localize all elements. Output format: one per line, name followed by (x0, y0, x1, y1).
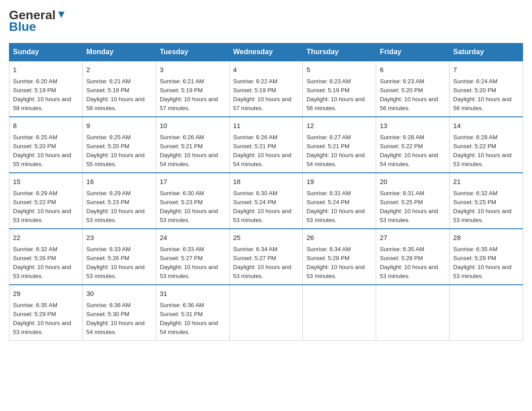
day-info: Sunrise: 6:26 AMSunset: 5:21 PMDaylight:… (233, 134, 292, 167)
header-cell-monday: Monday (82, 43, 156, 61)
calendar-cell: 31Sunrise: 6:36 AMSunset: 5:31 PMDayligh… (156, 285, 229, 341)
day-number: 10 (160, 121, 226, 131)
day-info: Sunrise: 6:30 AMSunset: 5:23 PMDaylight:… (160, 190, 218, 223)
day-info: Sunrise: 6:21 AMSunset: 5:19 PMDaylight:… (86, 78, 145, 111)
day-info: Sunrise: 6:36 AMSunset: 5:31 PMDaylight:… (160, 302, 218, 335)
day-info: Sunrise: 6:22 AMSunset: 5:19 PMDaylight:… (233, 78, 292, 111)
day-number: 7 (453, 65, 519, 75)
calendar-cell (450, 285, 523, 341)
day-number: 11 (233, 121, 299, 131)
day-number: 17 (160, 177, 226, 187)
calendar-cell (376, 285, 450, 341)
day-info: Sunrise: 6:25 AMSunset: 5:20 PMDaylight:… (13, 134, 71, 167)
day-info: Sunrise: 6:32 AMSunset: 5:25 PMDaylight:… (453, 190, 511, 223)
day-number: 2 (86, 65, 152, 75)
header-row: SundayMondayTuesdayWednesdayThursdayFrid… (9, 43, 523, 61)
calendar-cell: 28Sunrise: 6:35 AMSunset: 5:29 PMDayligh… (450, 229, 523, 285)
calendar-cell: 26Sunrise: 6:34 AMSunset: 5:28 PMDayligh… (303, 229, 376, 285)
day-number: 6 (380, 65, 446, 75)
calendar-cell: 3Sunrise: 6:21 AMSunset: 5:19 PMDaylight… (156, 61, 229, 117)
day-number: 22 (13, 233, 79, 243)
calendar-cell: 9Sunrise: 6:25 AMSunset: 5:20 PMDaylight… (82, 117, 156, 173)
calendar-cell: 7Sunrise: 6:24 AMSunset: 5:20 PMDaylight… (450, 61, 523, 117)
day-info: Sunrise: 6:29 AMSunset: 5:23 PMDaylight:… (86, 190, 145, 223)
calendar-cell: 17Sunrise: 6:30 AMSunset: 5:23 PMDayligh… (156, 173, 229, 229)
day-number: 3 (160, 65, 226, 75)
header-cell-wednesday: Wednesday (229, 43, 303, 61)
day-info: Sunrise: 6:20 AMSunset: 5:19 PMDaylight:… (13, 78, 71, 111)
day-info: Sunrise: 6:27 AMSunset: 5:21 PMDaylight:… (306, 134, 365, 167)
day-info: Sunrise: 6:34 AMSunset: 5:28 PMDaylight:… (306, 246, 365, 279)
week-row-4: 22Sunrise: 6:32 AMSunset: 5:26 PMDayligh… (9, 229, 523, 285)
calendar-cell (229, 285, 303, 341)
week-row-5: 29Sunrise: 6:35 AMSunset: 5:29 PMDayligh… (9, 285, 523, 341)
week-row-1: 1Sunrise: 6:20 AMSunset: 5:19 PMDaylight… (9, 61, 523, 117)
day-info: Sunrise: 6:35 AMSunset: 5:28 PMDaylight:… (380, 246, 438, 279)
calendar-cell: 10Sunrise: 6:26 AMSunset: 5:21 PMDayligh… (156, 117, 229, 173)
day-info: Sunrise: 6:23 AMSunset: 5:20 PMDaylight:… (380, 78, 438, 111)
week-row-3: 15Sunrise: 6:29 AMSunset: 5:22 PMDayligh… (9, 173, 523, 229)
day-info: Sunrise: 6:24 AMSunset: 5:20 PMDaylight:… (453, 78, 511, 111)
day-info: Sunrise: 6:31 AMSunset: 5:25 PMDaylight:… (380, 190, 438, 223)
calendar-cell: 22Sunrise: 6:32 AMSunset: 5:26 PMDayligh… (9, 229, 83, 285)
logo-triangle-icon (56, 10, 66, 20)
day-number: 15 (13, 177, 79, 187)
day-number: 12 (306, 121, 372, 131)
day-info: Sunrise: 6:32 AMSunset: 5:26 PMDaylight:… (13, 246, 71, 279)
day-number: 21 (453, 177, 519, 187)
day-number: 20 (380, 177, 446, 187)
day-number: 16 (86, 177, 152, 187)
day-info: Sunrise: 6:33 AMSunset: 5:27 PMDaylight:… (160, 246, 218, 279)
day-number: 24 (160, 233, 226, 243)
day-info: Sunrise: 6:35 AMSunset: 5:29 PMDaylight:… (453, 246, 511, 279)
header-cell-thursday: Thursday (303, 43, 376, 61)
calendar-cell: 15Sunrise: 6:29 AMSunset: 5:22 PMDayligh… (9, 173, 83, 229)
calendar-header: SundayMondayTuesdayWednesdayThursdayFrid… (9, 43, 523, 61)
day-number: 18 (233, 177, 299, 187)
day-number: 23 (86, 233, 152, 243)
calendar-cell: 13Sunrise: 6:28 AMSunset: 5:22 PMDayligh… (376, 117, 450, 173)
day-number: 1 (13, 65, 79, 75)
calendar-table: SundayMondayTuesdayWednesdayThursdayFrid… (9, 43, 523, 341)
calendar-cell: 27Sunrise: 6:35 AMSunset: 5:28 PMDayligh… (376, 229, 450, 285)
calendar-cell: 2Sunrise: 6:21 AMSunset: 5:19 PMDaylight… (82, 61, 156, 117)
day-number: 30 (86, 289, 152, 299)
calendar-cell: 21Sunrise: 6:32 AMSunset: 5:25 PMDayligh… (450, 173, 523, 229)
calendar-cell: 6Sunrise: 6:23 AMSunset: 5:20 PMDaylight… (376, 61, 450, 117)
calendar-cell: 19Sunrise: 6:31 AMSunset: 5:24 PMDayligh… (303, 173, 376, 229)
day-info: Sunrise: 6:29 AMSunset: 5:22 PMDaylight:… (13, 190, 71, 223)
day-number: 13 (380, 121, 446, 131)
header-cell-tuesday: Tuesday (156, 43, 229, 61)
day-number: 5 (306, 65, 372, 75)
day-info: Sunrise: 6:36 AMSunset: 5:30 PMDaylight:… (86, 302, 145, 335)
day-number: 25 (233, 233, 299, 243)
day-info: Sunrise: 6:23 AMSunset: 5:19 PMDaylight:… (306, 78, 365, 111)
calendar-cell: 8Sunrise: 6:25 AMSunset: 5:20 PMDaylight… (9, 117, 83, 173)
header-cell-friday: Friday (376, 43, 450, 61)
day-number: 14 (453, 121, 519, 131)
calendar-cell: 14Sunrise: 6:28 AMSunset: 5:22 PMDayligh… (450, 117, 523, 173)
calendar-cell: 29Sunrise: 6:35 AMSunset: 5:29 PMDayligh… (9, 285, 83, 341)
calendar-cell: 1Sunrise: 6:20 AMSunset: 5:19 PMDaylight… (9, 61, 83, 117)
day-number: 19 (306, 177, 372, 187)
calendar-cell: 12Sunrise: 6:27 AMSunset: 5:21 PMDayligh… (303, 117, 376, 173)
day-number: 4 (233, 65, 299, 75)
day-number: 26 (306, 233, 372, 243)
week-row-2: 8Sunrise: 6:25 AMSunset: 5:20 PMDaylight… (9, 117, 523, 173)
calendar-cell: 5Sunrise: 6:23 AMSunset: 5:19 PMDaylight… (303, 61, 376, 117)
calendar-cell (303, 285, 376, 341)
calendar-cell: 20Sunrise: 6:31 AMSunset: 5:25 PMDayligh… (376, 173, 450, 229)
header-cell-saturday: Saturday (450, 43, 523, 61)
calendar-cell: 25Sunrise: 6:34 AMSunset: 5:27 PMDayligh… (229, 229, 303, 285)
day-info: Sunrise: 6:21 AMSunset: 5:19 PMDaylight:… (160, 78, 218, 111)
day-number: 9 (86, 121, 152, 131)
calendar-cell: 23Sunrise: 6:33 AMSunset: 5:26 PMDayligh… (82, 229, 156, 285)
day-info: Sunrise: 6:34 AMSunset: 5:27 PMDaylight:… (233, 246, 292, 279)
day-info: Sunrise: 6:30 AMSunset: 5:24 PMDaylight:… (233, 190, 292, 223)
day-number: 27 (380, 233, 446, 243)
day-info: Sunrise: 6:25 AMSunset: 5:20 PMDaylight:… (86, 134, 145, 167)
calendar-cell: 24Sunrise: 6:33 AMSunset: 5:27 PMDayligh… (156, 229, 229, 285)
calendar-cell: 18Sunrise: 6:30 AMSunset: 5:24 PMDayligh… (229, 173, 303, 229)
svg-marker-0 (58, 12, 64, 18)
day-number: 8 (13, 121, 79, 131)
